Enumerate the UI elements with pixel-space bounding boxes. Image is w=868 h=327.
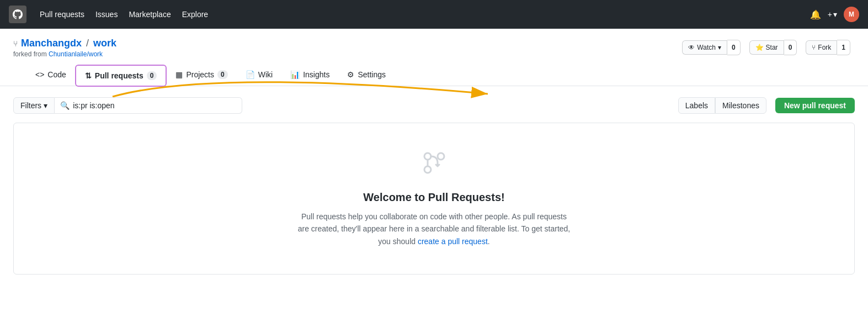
github-logo[interactable] [9, 6, 26, 23]
code-icon: <> [35, 70, 44, 79]
repo-name-link[interactable]: work [93, 38, 116, 49]
projects-badge: 0 [217, 70, 228, 79]
star-count: 0 [784, 40, 797, 55]
milestones-button[interactable]: Milestones [715, 97, 766, 114]
filter-bar: Filters ▾ 🔍 Labels Milestones New pull r… [13, 97, 855, 114]
new-pull-request-button[interactable]: New pull request [775, 98, 855, 113]
tab-code-label: Code [47, 70, 66, 79]
svg-point-3 [438, 153, 444, 160]
top-nav-links: Pull requests Issues Marketplace Explore [35, 7, 212, 22]
main-content: Filters ▾ 🔍 Labels Milestones New pull r… [0, 86, 868, 286]
tab-insights-label: Insights [303, 70, 329, 79]
repo-actions: 👁 Watch ▾ 0 ⭐ Star 0 ⑂ Fork 1 [682, 40, 855, 55]
tab-pull-requests[interactable]: ⇅ Pull requests 0 [76, 66, 166, 86]
avatar[interactable]: M [844, 7, 859, 22]
repo-subtitle: forked from Chuntianlaile/work [13, 50, 116, 58]
top-navigation: Pull requests Issues Marketplace Explore… [0, 0, 868, 29]
repo-tabs: <> Code ⇅ Pull requests 0 ▦ Projects 0 📄… [13, 65, 855, 86]
eye-icon: 👁 [688, 44, 695, 51]
insights-icon: 📊 [290, 70, 300, 79]
star-label: Star [766, 44, 778, 51]
fork-source-link[interactable]: Chuntianlaile/work [49, 50, 103, 58]
plus-dropdown-icon: ▾ [833, 10, 837, 19]
filters-dropdown-icon: ▾ [44, 101, 47, 110]
wiki-icon: 📄 [246, 70, 255, 79]
nav-explore[interactable]: Explore [178, 7, 212, 22]
pull-requests-badge: 0 [147, 71, 157, 80]
bell-icon[interactable]: 🔔 [810, 9, 821, 20]
plus-button[interactable]: + ▾ [828, 10, 837, 19]
svg-point-2 [424, 166, 431, 173]
search-input[interactable] [73, 101, 236, 110]
fork-text: forked from [13, 50, 47, 58]
search-icon: 🔍 [60, 101, 70, 110]
fork-icon: ⑂ [13, 39, 18, 48]
watch-count: 0 [727, 40, 741, 55]
tab-settings-label: Settings [358, 70, 386, 79]
tab-pull-requests-wrapper: ⇅ Pull requests 0 [75, 65, 167, 87]
repo-title-row: ⑂ Manchangdx / work forked from Chuntian… [13, 38, 855, 58]
nav-pull-requests[interactable]: Pull requests [35, 7, 89, 22]
nav-issues[interactable]: Issues [91, 7, 122, 22]
empty-state-description: Pull requests help you collaborate on co… [296, 210, 572, 247]
tab-settings[interactable]: ⚙ Settings [338, 65, 395, 86]
filters-button[interactable]: Filters ▾ [13, 97, 55, 114]
filters-label: Filters [20, 101, 41, 110]
projects-icon: ▦ [175, 70, 183, 79]
repo-title: ⑂ Manchangdx / work [13, 38, 116, 49]
nav-marketplace[interactable]: Marketplace [124, 7, 175, 22]
pull-request-empty-icon [27, 150, 841, 182]
tab-wiki[interactable]: 📄 Wiki [237, 65, 281, 86]
repo-title-area: ⑂ Manchangdx / work forked from Chuntian… [13, 38, 116, 58]
filter-group: Labels Milestones [678, 97, 766, 114]
top-nav-right: 🔔 + ▾ M [810, 7, 859, 22]
labels-button[interactable]: Labels [678, 97, 715, 114]
create-pull-request-link[interactable]: create a pull request [418, 237, 488, 246]
star-button[interactable]: ⭐ Star [749, 40, 784, 55]
fork-label: Fork [818, 44, 831, 51]
fork-count: 1 [837, 40, 850, 55]
empty-state-title: Welcome to Pull Requests! [27, 191, 841, 204]
plus-label: + [828, 10, 832, 19]
repo-header: ⑂ Manchangdx / work forked from Chuntian… [0, 29, 868, 86]
tab-insights[interactable]: 📊 Insights [281, 65, 338, 86]
watch-dropdown-icon: ▾ [718, 44, 721, 51]
fork-btn-icon: ⑂ [812, 44, 816, 51]
tab-wiki-label: Wiki [258, 70, 273, 79]
empty-state-link-suffix: . [488, 237, 490, 246]
watch-label: Watch [697, 44, 716, 51]
tab-code[interactable]: <> Code [26, 65, 75, 86]
watch-button[interactable]: 👁 Watch ▾ [682, 40, 727, 55]
tab-projects[interactable]: ▦ Projects 0 [167, 65, 236, 86]
search-input-wrap: 🔍 [55, 97, 242, 114]
pull-request-icon: ⇅ [85, 71, 92, 80]
tab-pull-requests-label: Pull requests [95, 71, 143, 80]
empty-state: Welcome to Pull Requests! Pull requests … [13, 123, 855, 275]
repo-slash: / [86, 38, 89, 49]
svg-point-1 [424, 153, 431, 160]
settings-icon: ⚙ [347, 70, 354, 79]
tab-projects-label: Projects [186, 70, 214, 79]
fork-button[interactable]: ⑂ Fork [806, 40, 837, 55]
repo-owner-link[interactable]: Manchangdx [21, 38, 82, 49]
star-icon: ⭐ [755, 44, 764, 51]
